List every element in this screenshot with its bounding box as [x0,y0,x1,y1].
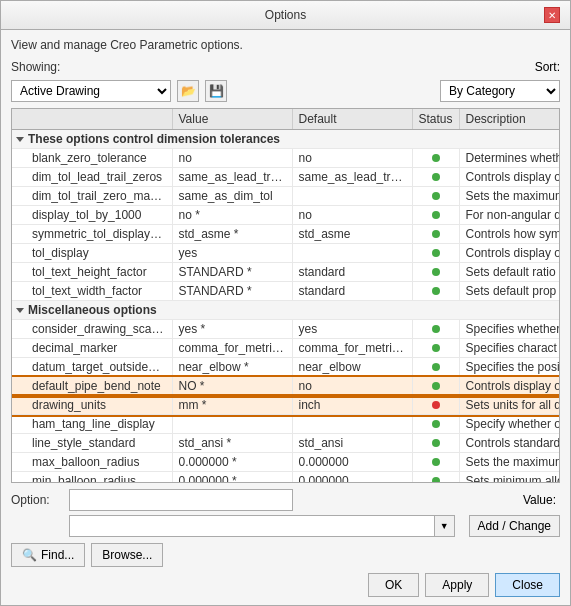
option-name-cell: dim_tol_lead_trail_zeros [12,168,172,187]
option-status-cell [412,377,459,396]
sort-label: Sort: [535,60,560,74]
option-name-cell: consider_drawing_scale_callout [12,320,172,339]
options-dialog: Options ✕ View and manage Creo Parametri… [0,0,571,606]
option-status-cell [412,225,459,244]
table-row[interactable]: datum_target_outside_textnear_elbow *nea… [12,358,560,377]
option-desc-cell: Specifies the positi [459,358,560,377]
add-change-button[interactable]: Add / Change [469,515,560,537]
table-row[interactable]: blank_zero_tolerancenonoDetermines wheth [12,149,560,168]
option-status-cell [412,358,459,377]
option-default-cell: yes [292,320,412,339]
table-row[interactable]: drawing_unitsmm *inchSets units for all … [12,396,560,415]
option-default-cell: same_as_lead_trail_ze [292,168,412,187]
buttons-row: OK Apply Close [11,573,560,597]
option-default-cell [292,244,412,263]
option-name-cell: tol_text_height_factor [12,263,172,282]
title-bar: Options ✕ [1,1,570,30]
option-value-cell: STANDARD * [172,282,292,301]
option-row: Option: Value: [11,489,560,511]
option-status-cell [412,263,459,282]
option-name-cell: display_tol_by_1000 [12,206,172,225]
option-desc-cell: Specifies whether [459,320,560,339]
find-row: 🔍 Find... Browse... [11,543,560,567]
option-desc-cell: Determines wheth [459,149,560,168]
option-status-cell [412,320,459,339]
table-row[interactable]: dim_tol_trail_zero_max_placessame_as_dim… [12,187,560,206]
showing-sort-row: Showing: Sort: [11,60,560,74]
option-default-cell [292,187,412,206]
options-table-container: Value Default Status Description These o… [11,108,560,483]
table-row[interactable]: tol_text_height_factorSTANDARD *standard… [12,263,560,282]
option-name-cell: symmetric_tol_display_standard [12,225,172,244]
option-desc-cell: Sets the maximum [459,453,560,472]
option-status-cell [412,472,459,484]
table-row[interactable]: Miscellaneous options [12,301,560,320]
option-value-cell: comma_for_metric_d. [172,339,292,358]
table-row[interactable]: tol_displayyesControls display o [12,244,560,263]
option-input[interactable] [69,489,293,511]
table-row[interactable]: symmetric_tol_display_standardstd_asme *… [12,225,560,244]
option-desc-cell: Sets default prop [459,282,560,301]
option-name-cell: max_balloon_radius [12,453,172,472]
option-status-cell [412,244,459,263]
option-value-cell: near_elbow * [172,358,292,377]
description-text: View and manage Creo Parametric options. [11,38,560,52]
option-value-cell: 0.000000 * [172,472,292,484]
option-value-cell: std_ansi * [172,434,292,453]
ok-button[interactable]: OK [368,573,419,597]
col-header-name [12,109,172,130]
value-dropdown-btn[interactable]: ▼ [435,515,455,537]
option-desc-cell: Sets the maximum [459,187,560,206]
option-default-cell: near_elbow [292,358,412,377]
table-row[interactable]: These options control dimension toleranc… [12,130,560,149]
dialog-body: View and manage Creo Parametric options.… [1,30,570,605]
table-row[interactable]: dim_tol_lead_trail_zerossame_as_lead_tra… [12,168,560,187]
close-x-button[interactable]: ✕ [544,7,560,23]
table-row[interactable]: tol_text_width_factorSTANDARD *standardS… [12,282,560,301]
table-row[interactable]: ham_tang_line_displaySpecify whether o [12,415,560,434]
option-value-cell: no [172,149,292,168]
option-value-cell: same_as_dim_tol [172,187,292,206]
find-label: Find... [41,548,74,562]
find-button[interactable]: 🔍 Find... [11,543,85,567]
option-name-cell: tol_text_width_factor [12,282,172,301]
sort-right: Sort: [535,60,560,74]
option-name-cell: dim_tol_trail_zero_max_places [12,187,172,206]
option-desc-cell: Specifies charact [459,339,560,358]
option-status-cell [412,434,459,453]
apply-button[interactable]: Apply [425,573,489,597]
option-value-cell: NO * [172,377,292,396]
sort-select[interactable]: By Category Alphabetical [440,80,560,102]
option-desc-cell: For non-angular d [459,206,560,225]
option-default-cell: inch [292,396,412,415]
search-icon: 🔍 [22,548,37,562]
close-button[interactable]: Close [495,573,560,597]
option-name-cell: default_pipe_bend_note [12,377,172,396]
table-row[interactable]: default_pipe_bend_noteNO *noControls dis… [12,377,560,396]
showing-select[interactable]: Active Drawing [11,80,171,102]
option-status-cell [412,339,459,358]
table-row[interactable]: line_style_standardstd_ansi *std_ansiCon… [12,434,560,453]
table-row[interactable]: consider_drawing_scale_calloutyes *yesSp… [12,320,560,339]
option-desc-cell: Sets minimum allo [459,472,560,484]
option-default-cell: standard [292,282,412,301]
value-input[interactable] [69,515,435,537]
table-row[interactable]: min_balloon_radius0.000000 *0.000000Sets… [12,472,560,484]
option-name-cell: decimal_marker [12,339,172,358]
folder-open-icon[interactable]: 📂 [177,80,199,102]
option-desc-cell: Specify whether o [459,415,560,434]
save-icon[interactable]: 💾 [205,80,227,102]
browse-button[interactable]: Browse... [91,543,163,567]
option-status-cell [412,282,459,301]
value-row: ▼ Add / Change [11,515,560,537]
option-default-cell: no [292,206,412,225]
option-value-cell: yes [172,244,292,263]
bottom-section: Option: Value: ▼ Add / Change 🔍 Find... … [11,489,560,567]
table-row[interactable]: display_tol_by_1000no *noFor non-angular… [12,206,560,225]
table-row[interactable]: decimal_markercomma_for_metric_d.comma_f… [12,339,560,358]
option-default-cell: 0.000000 [292,472,412,484]
table-row[interactable]: max_balloon_radius0.000000 *0.000000Sets… [12,453,560,472]
option-value-cell: 0.000000 * [172,453,292,472]
option-desc-cell: Controls display o [459,244,560,263]
value-input-group: ▼ [69,515,455,537]
